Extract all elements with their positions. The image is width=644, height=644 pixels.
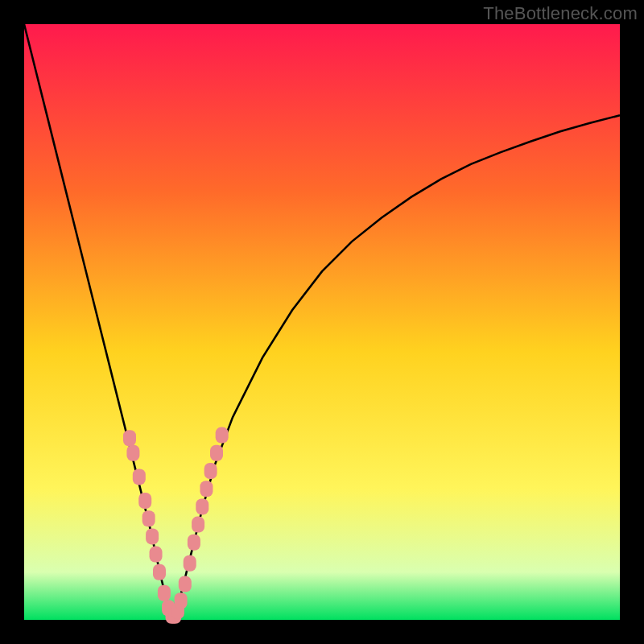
data-marker [123, 430, 136, 446]
data-marker [142, 510, 155, 526]
plot-background [24, 24, 620, 620]
data-marker [153, 564, 166, 580]
data-marker [150, 547, 163, 563]
chart-frame: TheBottleneck.com [0, 0, 644, 644]
data-marker [179, 576, 192, 592]
data-marker [196, 498, 208, 514]
data-marker [138, 493, 151, 509]
data-marker [188, 535, 200, 551]
data-marker [204, 463, 217, 479]
data-marker [184, 555, 196, 572]
data-marker [158, 585, 171, 601]
data-marker [133, 469, 146, 485]
data-marker [175, 592, 188, 609]
data-marker [210, 445, 223, 461]
chart-canvas [0, 0, 644, 644]
data-marker [200, 481, 213, 497]
data-marker [146, 528, 159, 544]
data-marker [126, 445, 139, 461]
data-marker [192, 517, 204, 533]
data-marker [216, 427, 229, 444]
